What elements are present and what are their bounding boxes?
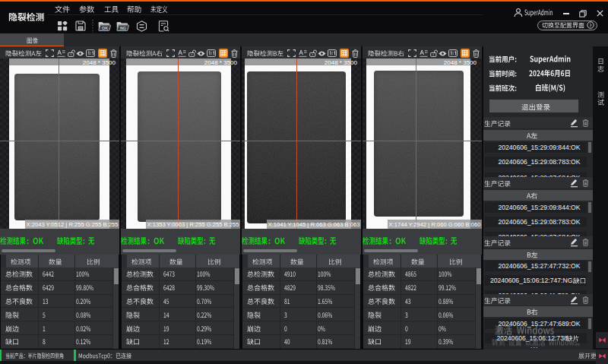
svg-text:NG: NG [120, 26, 126, 30]
svg-text:OK: OK [102, 26, 108, 30]
